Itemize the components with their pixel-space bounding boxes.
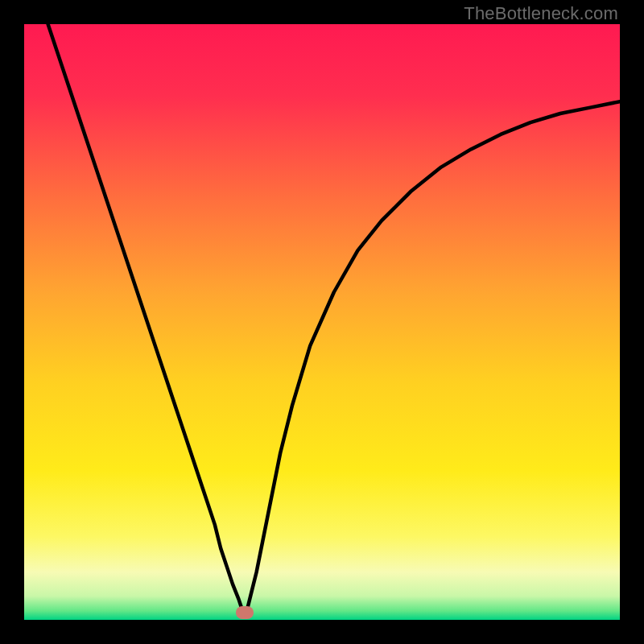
- chart-frame: TheBottleneck.com: [0, 0, 644, 644]
- watermark-text: TheBottleneck.com: [464, 3, 618, 24]
- optimal-marker: [236, 606, 254, 619]
- bottleneck-curve: [24, 24, 620, 620]
- plot-area: [24, 24, 620, 620]
